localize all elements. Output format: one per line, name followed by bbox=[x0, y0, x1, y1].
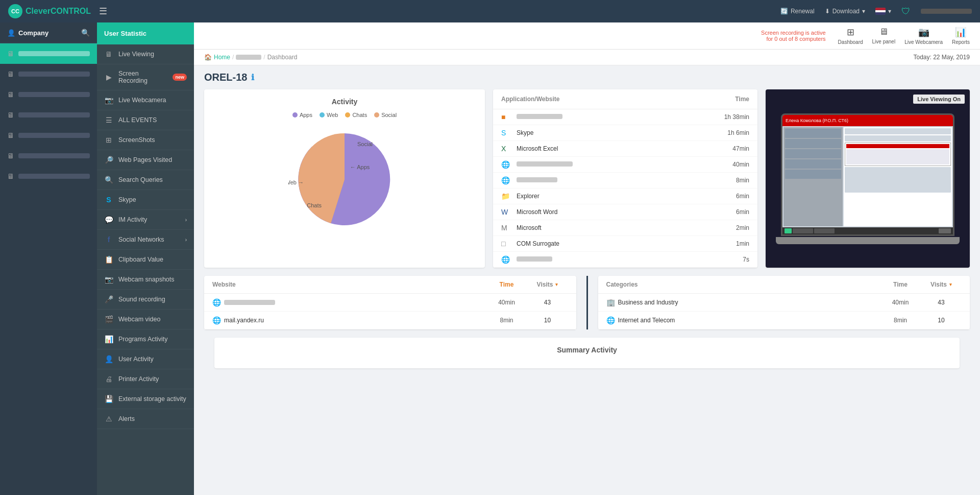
laptop-base bbox=[776, 237, 960, 244]
im-icon: 💬 bbox=[104, 216, 113, 224]
table-row: 🌐 Internet and Telecom 8min 10 bbox=[598, 312, 970, 329]
taskbar-clock bbox=[939, 228, 951, 233]
screen-dialog bbox=[845, 143, 951, 166]
sidebar-item-external-storage[interactable]: 💾 External storage activity bbox=[97, 389, 194, 409]
screen-content bbox=[782, 126, 953, 227]
language-selector[interactable]: ▾ bbox=[875, 8, 891, 15]
nav-dashboard[interactable]: ⊞ Dashboard bbox=[838, 27, 863, 45]
nav-live-panel[interactable]: 🖥 Live panel bbox=[872, 27, 896, 45]
sidebar-device-5[interactable]: 🖥 bbox=[0, 125, 97, 146]
sidebar-item-webcam-video[interactable]: 🎬 Webcam video bbox=[97, 310, 194, 329]
sidebar-device-7[interactable]: 🖥 bbox=[0, 166, 97, 186]
web-pages-icon: 🔎 bbox=[104, 156, 113, 164]
shield-icon: 🛡 bbox=[901, 6, 911, 17]
renewal-button[interactable]: 🔄 Renewal bbox=[780, 8, 815, 15]
screen-col1 bbox=[783, 127, 843, 226]
download-icon: ⬇ bbox=[825, 8, 830, 15]
camera-icon: 📷 bbox=[104, 275, 113, 284]
sidebar-item-social-networks[interactable]: f Social Networks › bbox=[97, 230, 194, 250]
blurred-name bbox=[517, 114, 562, 119]
telecom-icon: 🌐 bbox=[606, 316, 615, 324]
sidebar-device-3[interactable]: 🖥 bbox=[0, 84, 97, 105]
apps-dot bbox=[292, 112, 298, 117]
sidebar-item-sound-recording[interactable]: 🎤 Sound recording bbox=[97, 290, 194, 310]
sidebar-device-2[interactable]: 🖥 bbox=[0, 64, 97, 84]
sidebar-item-alerts[interactable]: ⚠ Alerts bbox=[97, 409, 194, 429]
breadcrumb-home[interactable]: Home bbox=[214, 54, 230, 61]
social-label: Social bbox=[357, 141, 373, 147]
nav-live-webcamera[interactable]: 📷 Live Webcamera bbox=[904, 27, 943, 45]
sidebar-item-user-activity[interactable]: 👤 User Activity bbox=[97, 349, 194, 369]
skype-icon: S bbox=[104, 196, 113, 204]
sidebar-device-6[interactable]: 🖥 bbox=[0, 146, 97, 166]
screenshots-icon: ⊞ bbox=[104, 136, 113, 144]
cat-visits-sort[interactable]: Visits ▾ bbox=[921, 281, 962, 288]
date-label[interactable]: Today: 22 May, 2019 bbox=[913, 54, 970, 61]
app-table-card: Application/Website Time ■ 1h 38min S Sk… bbox=[493, 89, 757, 268]
legend-apps: Apps bbox=[292, 112, 312, 118]
sidebar-item-clipboard[interactable]: 📋 Clipboard Value bbox=[97, 250, 194, 270]
screen-header-text: Елена Комолова (Р.О.П. СТ6) bbox=[786, 118, 848, 123]
device-label-blurred bbox=[18, 174, 90, 179]
device-label-blurred bbox=[18, 92, 90, 97]
download-button[interactable]: ⬇ Download ▾ bbox=[825, 8, 865, 15]
sidebar-item-im-activity[interactable]: 💬 IM Activity › bbox=[97, 210, 194, 230]
globe-icon: 🌐 bbox=[501, 160, 512, 169]
topbar-right: 🔄 Renewal ⬇ Download ▾ ▾ 🛡 bbox=[780, 6, 972, 17]
sidebar-item-webcam-snapshots[interactable]: 📷 Webcam snapshots bbox=[97, 270, 194, 290]
top-row: Activity Apps Web Chats bbox=[204, 89, 970, 268]
word-icon: W bbox=[501, 208, 512, 216]
webcam-icon: 📷 bbox=[104, 96, 113, 104]
blurred-url bbox=[224, 300, 275, 305]
pie-container: ← Apps Web → Chats Social bbox=[212, 123, 477, 235]
screen-list-item bbox=[785, 170, 841, 179]
microphone-icon: 🎤 bbox=[104, 295, 113, 303]
table-row: ■ 1h 38min bbox=[493, 109, 757, 125]
com-icon: □ bbox=[501, 240, 512, 248]
social-dot bbox=[374, 112, 379, 117]
content-area: Screen recording is active for 0 out of … bbox=[194, 22, 980, 495]
sidebar-item-live-viewing[interactable]: 🖥 Live Viewing bbox=[97, 44, 194, 64]
nav-reports[interactable]: 📊 Reports bbox=[952, 27, 970, 45]
sidebar-item-all-events[interactable]: ☰ ALL EVENTS bbox=[97, 110, 194, 130]
page-title-bar: OREL-18 ℹ bbox=[194, 65, 980, 89]
page-title: OREL-18 ℹ bbox=[204, 72, 970, 83]
screen-row bbox=[845, 128, 951, 134]
device-icon: 🖥 bbox=[7, 152, 14, 160]
sidebar-item-screen-recording[interactable]: ▶ Screen Recording new bbox=[97, 64, 194, 90]
table-row: 🌐 40min bbox=[493, 157, 757, 173]
sidebar-item-live-webcamera[interactable]: 📷 Live Webcamera bbox=[97, 90, 194, 110]
hamburger-menu[interactable]: ☰ bbox=[99, 6, 107, 17]
programs-icon: 📊 bbox=[104, 335, 113, 343]
logo-text: CleverCONTROL bbox=[26, 7, 91, 16]
summary-title: Summary Activity bbox=[223, 346, 951, 354]
sidebar-item-skype[interactable]: S Skype bbox=[97, 190, 194, 210]
website-card: Website Time Visits ▾ 🌐 40min bbox=[204, 276, 576, 329]
live-panel-icon: 🖥 bbox=[879, 27, 888, 37]
screen-row bbox=[845, 135, 951, 142]
clipboard-icon: 📋 bbox=[104, 255, 113, 264]
screen-col2 bbox=[844, 127, 952, 226]
sidebar-device-1[interactable]: 🖥 bbox=[0, 43, 97, 64]
apps-label: ← Apps bbox=[350, 164, 370, 170]
topbar: CC CleverCONTROL ☰ 🔄 Renewal ⬇ Download … bbox=[0, 0, 980, 22]
device-label-blurred bbox=[18, 153, 90, 158]
sidebar-item-screenshots[interactable]: ⊞ ScreenShots bbox=[97, 130, 194, 150]
flag-icon bbox=[875, 8, 886, 15]
sidebar-search-icon[interactable]: 🔍 bbox=[81, 29, 90, 37]
sidebar-item-web-pages[interactable]: 🔎 Web Pages Visited bbox=[97, 150, 194, 170]
sidebar-item-search-queries[interactable]: 🔍 Search Queries bbox=[97, 170, 194, 190]
sidebar-device-4[interactable]: 🖥 bbox=[0, 105, 97, 125]
explorer-icon: 📁 bbox=[501, 192, 512, 200]
table-row: 🏢 Business and Industry 40min 43 bbox=[598, 294, 970, 312]
screen-table bbox=[845, 167, 951, 193]
visits-sort-header[interactable]: Visits ▾ bbox=[527, 281, 568, 288]
chats-label: Chats bbox=[307, 202, 322, 208]
info-icon[interactable]: ℹ bbox=[251, 73, 254, 82]
summary-card: Summary Activity bbox=[214, 338, 960, 368]
laptop-frame: Елена Комолова (Р.О.П. СТ6) bbox=[781, 113, 954, 236]
sidebar-item-printer-activity[interactable]: 🖨 Printer Activity bbox=[97, 369, 194, 389]
breadcrumb-blurred bbox=[236, 55, 261, 60]
laptop-screen: Елена Комолова (Р.О.П. СТ6) bbox=[782, 115, 953, 234]
sidebar-item-programs-activity[interactable]: 📊 Programs Activity bbox=[97, 329, 194, 349]
